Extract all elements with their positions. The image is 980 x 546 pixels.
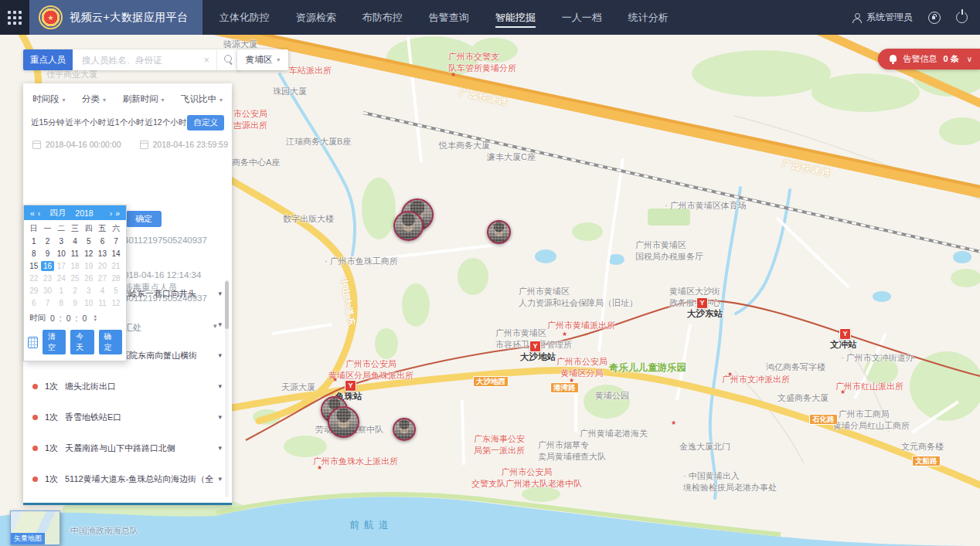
calendar-day[interactable]: 12 [109,298,123,308]
hour-value[interactable]: 0 [50,314,55,323]
filter-dropdown[interactable]: 分类▾ [82,93,106,105]
calendar-day[interactable]: 14 [109,249,123,259]
scrollbar-thumb[interactable] [225,281,229,329]
quick-range-button[interactable]: 近15分钟 [31,117,64,128]
metro-station[interactable]: Y 鱼珠站 [345,380,356,392]
list-scrollbar[interactable] [225,280,229,497]
calendar-day[interactable]: 4 [68,236,82,246]
calendar-day[interactable]: 17 [54,261,68,271]
menu-item[interactable]: 资源检索 [296,8,336,28]
spin-down-icon[interactable]: ▼ [93,318,97,323]
menu-item[interactable]: 统计分析 [628,8,669,28]
calendar-day[interactable]: 1 [54,286,68,296]
menu-item[interactable]: 智能挖掘 [495,8,536,28]
calendar-day[interactable]: 5 [109,286,123,296]
calendar-day[interactable]: 6 [27,298,41,308]
calendar-day[interactable]: 3 [54,236,68,246]
start-date-field[interactable]: 2018-04-16 00:00:00 [32,140,121,149]
quick-range-button[interactable]: 近半个小时 [66,117,107,128]
user-menu[interactable]: 系统管理员 [852,11,913,24]
calendar-day[interactable]: 3 [82,286,96,296]
metro-station[interactable]: Y 文冲站 [839,328,851,340]
list-item[interactable]: 1次 塘头北街出口 ▾ [23,371,232,402]
alert-pill[interactable]: 告警信息 0 条 ∨ [878,49,980,70]
calendar-day[interactable]: 28 [109,273,123,283]
calendar-day[interactable]: 19 [82,261,96,271]
calendar-day[interactable]: 2 [41,236,55,246]
calendar-year[interactable]: 2018 [75,209,93,218]
calendar-day[interactable]: 12 [82,249,96,259]
menu-item[interactable]: 布防布控 [362,8,403,28]
calendar-day[interactable]: 7 [109,236,123,246]
calendar-day[interactable]: 1 [27,236,41,246]
calendar-grid-icon[interactable] [28,337,38,348]
security-settings-icon[interactable] [928,12,941,24]
search-input[interactable] [80,55,199,66]
clear-icon[interactable]: × [199,54,213,66]
today-button[interactable]: 今天 [70,330,94,354]
metro-station[interactable]: Y 大沙地站 [529,341,541,352]
face-marker[interactable] [393,211,424,241]
second-value[interactable]: 0 [83,314,87,323]
calendar-day[interactable]: 11 [68,249,82,259]
list-item[interactable]: 1次 5112黄埔大道东-鱼珠总站向海边街（全） ▾ [23,463,232,494]
menu-item[interactable]: 告警查询 [429,8,469,28]
calendar-day[interactable]: 9 [68,298,82,308]
menu-item[interactable]: 一人一档 [562,8,602,28]
calendar-day[interactable]: 10 [54,249,68,259]
end-date-field[interactable]: 2018-04-16 23:59:59 [140,140,229,149]
caret-down-icon[interactable]: ▾ [218,444,222,452]
list-item[interactable]: 1次 香雪地铁站E口 ▾ [23,402,232,432]
confirm-button[interactable]: 确定 [126,211,162,227]
calendar-day[interactable]: 25 [68,273,82,283]
face-marker[interactable] [487,220,511,244]
list-item[interactable]: 1次 天麓南路与山下中路路口北侧 ▾ [23,432,232,463]
filter-dropdown[interactable]: 时间段▾ [32,93,66,105]
tab-key-persons[interactable]: 重点人员 [23,49,73,70]
calendar-month[interactable]: 四月 [49,208,66,219]
apps-grid-button[interactable] [0,0,29,35]
calendar-day[interactable]: 26 [82,273,96,283]
ok-button[interactable]: 确定 [99,330,122,354]
calendar-day[interactable]: 13 [96,249,110,259]
calendar-day[interactable]: 2 [68,286,82,296]
chevron-down-icon[interactable]: ∨ [967,55,972,63]
calendar-day[interactable]: 6 [96,236,110,246]
minimap[interactable]: 矢量地图 [10,510,60,545]
calendar-day[interactable]: 16 [41,261,55,271]
caret-down-icon[interactable]: ▾ [218,382,222,390]
calendar-day[interactable]: 30 [41,286,55,296]
face-marker[interactable] [328,406,359,438]
calendar-day[interactable]: 20 [96,261,110,271]
calendar-day[interactable]: 7 [41,298,55,308]
quick-range-button[interactable]: 近1个小时 [107,117,144,128]
calendar-day[interactable]: 22 [27,273,41,283]
calendar-day[interactable]: 9 [41,249,55,259]
prev-year-button[interactable]: « [29,209,36,218]
calendar-day[interactable]: 8 [27,249,41,259]
caret-down-icon[interactable]: ▾ [218,475,222,483]
next-year-button[interactable]: » [114,209,121,218]
district-dropdown[interactable]: 黄埔区 ▾ [237,49,288,70]
minute-value[interactable]: 0 [66,314,71,323]
caret-down-icon[interactable]: ▾ [218,320,222,328]
power-icon[interactable] [956,12,968,23]
calendar-day[interactable]: 18 [68,261,82,271]
menu-item[interactable]: 立体化防控 [219,8,270,28]
filter-dropdown[interactable]: 飞识比中▾ [181,93,223,105]
calendar-day[interactable]: 27 [96,273,110,283]
caret-down-icon[interactable]: ▾ [218,290,222,297]
quick-range-button[interactable]: 自定义 [187,115,224,131]
prev-month-button[interactable]: ‹ [36,209,43,218]
next-month-button[interactable]: › [108,209,114,218]
filter-dropdown[interactable]: 刷新时间▾ [122,93,164,105]
face-marker[interactable] [393,418,416,441]
calendar-day[interactable]: 11 [96,298,110,308]
calendar-day[interactable]: 15 [27,261,41,271]
calendar-day[interactable]: 10 [82,298,96,308]
clear-button[interactable]: 清空 [43,330,66,354]
calendar-day[interactable]: 8 [54,298,68,308]
calendar-day[interactable]: 24 [54,273,68,283]
time-spinner[interactable]: ▲ ▼ [93,314,97,323]
calendar-day[interactable]: 29 [27,286,41,296]
